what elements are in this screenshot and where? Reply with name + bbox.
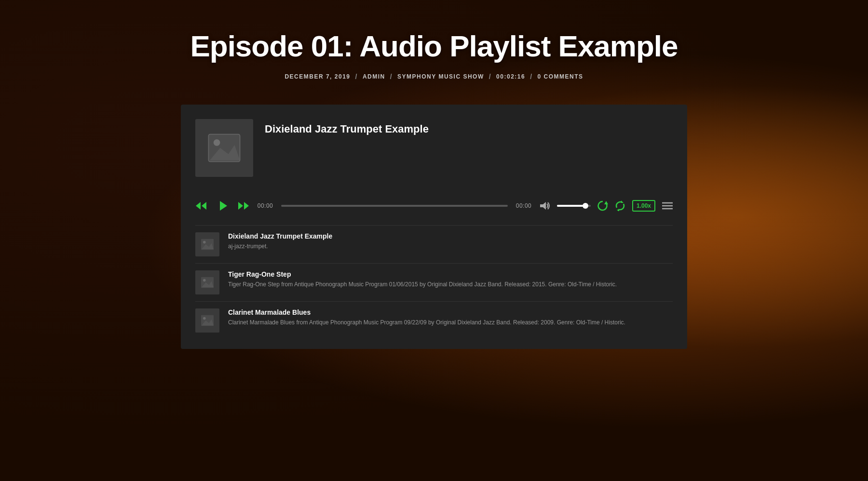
track-info-3: Clarinet Marmalade Blues Clarinet Marmal… (228, 308, 673, 327)
forward-icon (238, 201, 249, 210)
track-image-icon-2 (201, 277, 214, 288)
meta-date[interactable]: DECEMBER 7, 2019 (285, 73, 350, 80)
svg-marker-9 (540, 202, 546, 210)
svg-point-23 (203, 317, 205, 320)
sep1: / (355, 73, 357, 80)
loop-button[interactable] (615, 200, 625, 211)
speed-button[interactable]: 1.00x (632, 200, 655, 212)
track-info-1: Dixieland Jazz Trumpet Example aj-jazz-t… (228, 232, 673, 251)
sep3: / (489, 73, 491, 80)
track-image-icon-1 (201, 239, 214, 250)
volume-bar[interactable] (557, 205, 591, 207)
playlist-item[interactable]: Tiger Rag-One Step Tiger Rag-One Step fr… (195, 263, 673, 301)
playlist-item[interactable]: Clarinet Marmalade Blues Clarinet Marmal… (195, 301, 673, 339)
progress-bar[interactable] (281, 205, 508, 207)
time-total: 00:00 (515, 202, 533, 209)
track-info-2: Tiger Rag-One Step Tiger Rag-One Step fr… (228, 270, 673, 289)
svg-marker-3 (196, 202, 201, 210)
meta-author[interactable]: ADMIN (363, 73, 385, 80)
image-placeholder-icon (207, 134, 241, 162)
svg-marker-7 (238, 202, 243, 210)
track-title-1: Dixieland Jazz Trumpet Example (228, 232, 673, 240)
track-thumb-2 (195, 270, 219, 294)
menu-icon (662, 202, 673, 210)
svg-point-17 (203, 241, 205, 243)
rewind-icon (195, 201, 207, 210)
now-playing-info: Dixieland Jazz Trumpet Example (265, 119, 429, 135)
svg-point-20 (203, 279, 205, 281)
svg-point-1 (214, 139, 220, 146)
now-playing-title: Dixieland Jazz Trumpet Example (265, 119, 429, 135)
track-desc-1: aj-jazz-trumpet. (228, 242, 673, 251)
meta-duration: 00:02:16 (496, 73, 525, 80)
track-thumb-1 (195, 232, 219, 256)
track-title-3: Clarinet Marmalade Blues (228, 308, 673, 316)
track-desc-3: Clarinet Marmalade Blues from Antique Ph… (228, 318, 673, 327)
svg-marker-12 (617, 210, 619, 211)
audio-player: Dixieland Jazz Trumpet Example (181, 105, 687, 349)
album-art-large (195, 119, 253, 177)
meta-comments[interactable]: 0 COMMENTS (538, 73, 583, 80)
svg-marker-10 (604, 201, 608, 204)
play-icon (214, 197, 231, 214)
meta-bar: DECEMBER 7, 2019 / ADMIN / SYMPHONY MUSI… (285, 73, 583, 80)
forward-button[interactable] (238, 201, 249, 210)
svg-marker-11 (621, 200, 624, 203)
loop-icon (615, 200, 625, 211)
volume-button[interactable] (540, 201, 550, 210)
replay-icon (597, 200, 608, 211)
volume-knob[interactable] (583, 203, 588, 209)
time-current: 00:00 (256, 202, 274, 209)
sep2: / (390, 73, 393, 80)
playlist: Dixieland Jazz Trumpet Example aj-jazz-t… (195, 225, 673, 339)
track-title-2: Tiger Rag-One Step (228, 270, 673, 278)
audio-controls: 00:00 00:00 (195, 191, 673, 220)
volume-fill (557, 205, 586, 207)
volume-icon (540, 201, 550, 210)
playlist-menu-button[interactable] (662, 202, 673, 210)
page-title: Episode 01: Audio Playlist Example (190, 29, 678, 63)
track-thumb-3 (195, 308, 219, 333)
meta-show[interactable]: SYMPHONY MUSIC SHOW (397, 73, 484, 80)
sep4: / (530, 73, 532, 80)
now-playing-section: Dixieland Jazz Trumpet Example (195, 119, 673, 177)
track-desc-2: Tiger Rag-One Step from Antique Phonogra… (228, 280, 673, 289)
replay-button[interactable] (597, 200, 608, 211)
playlist-item[interactable]: Dixieland Jazz Trumpet Example aj-jazz-t… (195, 225, 673, 263)
svg-marker-4 (202, 202, 206, 210)
play-button[interactable] (214, 197, 231, 214)
svg-marker-8 (244, 202, 249, 210)
track-image-icon-3 (201, 315, 214, 326)
rewind-button[interactable] (195, 201, 207, 210)
